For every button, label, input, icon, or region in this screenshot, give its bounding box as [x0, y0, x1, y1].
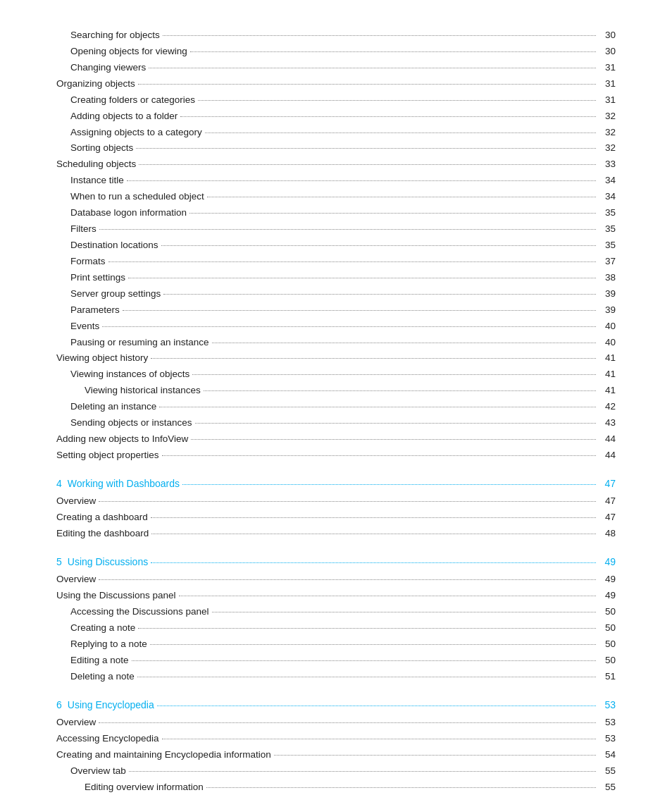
toc-dots: [212, 612, 596, 612]
toc-entry-label: Overview: [56, 494, 96, 509]
toc-entry-label: Changing viewers: [70, 61, 146, 75]
toc-entry: Database logon information35: [56, 206, 616, 221]
chapter-dots: [182, 484, 596, 485]
toc-page-number: 31: [599, 77, 616, 92]
toc-page-number: 50: [599, 605, 616, 620]
toc-dots: [163, 294, 596, 295]
page: Searching for objects30Opening objects f…: [0, 0, 672, 807]
toc-entry: Destination locations35: [56, 238, 616, 253]
toc-dots: [151, 358, 596, 359]
toc-dots: [99, 501, 596, 502]
toc-entry: Pausing or resuming an instance40: [56, 335, 616, 350]
toc-dots: [150, 644, 596, 645]
toc-page-number: 49: [599, 589, 616, 603]
chapter-title: Using Encyclopedia: [68, 697, 154, 713]
toc-entry-label: Adding new objects to InfoView: [56, 432, 188, 447]
toc-entry-label: Editing overview information: [85, 780, 204, 795]
toc-entry: Overview47: [56, 494, 616, 509]
toc-entry: Events40: [56, 319, 616, 334]
toc-page-number: 50: [599, 621, 616, 636]
toc-page-number: 33: [599, 157, 616, 172]
toc-dots: [151, 517, 596, 518]
toc-entry: Adding objects to a folder32: [56, 109, 616, 124]
toc-page-number: 41: [599, 351, 616, 366]
toc-page-number: 47: [599, 510, 616, 525]
toc-dots: [159, 407, 596, 407]
toc-entry: Editing the dashboard48: [56, 526, 616, 541]
toc-entry: Assigning objects to a category32: [56, 125, 616, 140]
chapter-num: 5: [56, 554, 62, 569]
toc-entry-label: Server group settings: [70, 287, 161, 302]
toc-dots: [108, 261, 596, 262]
toc-entry: Filters35: [56, 222, 616, 237]
toc-page-number: 51: [599, 670, 616, 684]
chapter-page-number: 49: [599, 554, 616, 569]
toc-entry-label: Destination locations: [70, 238, 158, 253]
toc-dots: [191, 439, 596, 440]
toc-entry-label: Replying to a note: [70, 637, 147, 652]
toc-dots: [149, 68, 596, 68]
toc-dots: [102, 326, 596, 327]
toc-page-number: 30: [599, 28, 616, 43]
toc-dots: [190, 51, 596, 52]
toc-page-number: 50: [599, 653, 616, 668]
toc-dots: [205, 133, 596, 133]
toc-entry: Organizing objects31: [56, 77, 616, 92]
chapter-entry: 5Using Discussions49: [56, 554, 616, 569]
toc-dots: [204, 390, 596, 391]
toc-entry: Viewing object history41: [56, 351, 616, 366]
toc-entry: Creating and maintaining Encyclopedia in…: [56, 748, 616, 763]
toc-entry-label: Print settings: [70, 271, 125, 285]
toc-section: Searching for objects30Opening objects f…: [56, 28, 616, 463]
toc-page-number: 55: [599, 764, 616, 779]
toc-entry: Editing overview information55: [56, 780, 616, 795]
toc-page-number: 39: [599, 303, 616, 318]
toc-page-number: 32: [599, 141, 616, 156]
toc-entry: Creating folders or categories31: [56, 93, 616, 108]
chapters-section: 4Working with Dashboards47Overview47Crea…: [56, 476, 616, 795]
toc-entry-label: Deleting an instance: [70, 400, 156, 414]
toc-dots: [123, 310, 596, 311]
chapter-title: Working with Dashboards: [68, 476, 180, 491]
toc-dots: [132, 660, 596, 661]
toc-dots: [162, 455, 596, 456]
toc-dots: [195, 423, 596, 424]
toc-entry-label: Sending objects or instances: [70, 416, 192, 431]
toc-entry-label: Filters: [70, 222, 97, 237]
chapter-dots: [151, 562, 596, 563]
toc-dots: [274, 755, 596, 756]
toc-page-number: 35: [599, 238, 616, 253]
toc-page-number: 49: [599, 572, 616, 587]
chapter-entry: 6Using Encyclopedia53: [56, 697, 616, 713]
toc-entry: Using the Discussions panel49: [56, 589, 616, 603]
toc-entry-label: Viewing object history: [56, 351, 148, 366]
toc-entry-label: Adding objects to a folder: [70, 109, 178, 124]
toc-entry-label: Database logon information: [70, 206, 187, 221]
toc-page-number: 34: [599, 173, 616, 188]
toc-page-number: 40: [599, 319, 616, 334]
toc-entry-label: Instance title: [70, 173, 124, 188]
toc-entry: Adding new objects to InfoView44: [56, 432, 616, 447]
toc-entry-label: Editing a note: [70, 653, 129, 668]
toc-entry: Overview49: [56, 572, 616, 587]
toc-page-number: 35: [599, 206, 616, 221]
toc-dots: [99, 579, 596, 580]
toc-entry: Viewing historical instances41: [56, 383, 616, 398]
toc-dots: [129, 771, 596, 772]
toc-entry-label: Pausing or resuming an instance: [70, 335, 209, 350]
toc-page-number: 48: [599, 526, 616, 541]
toc-entry-label: Assigning objects to a category: [70, 125, 202, 140]
toc-dots: [139, 164, 596, 165]
toc-entry-label: Accessing Encyclopedia: [56, 732, 159, 746]
toc-entry: Setting object properties44: [56, 448, 616, 463]
toc-page-number: 44: [599, 432, 616, 447]
toc-entry: Editing a note50: [56, 653, 616, 668]
chapter-page-number: 53: [599, 697, 616, 713]
toc-page-number: 41: [599, 383, 616, 398]
toc-page-number: 44: [599, 448, 616, 463]
chapter-title: Using Discussions: [68, 554, 148, 569]
toc-dots: [189, 213, 596, 214]
toc-dots: [207, 197, 596, 197]
toc-entry: Accessing Encyclopedia53: [56, 732, 616, 746]
toc-entry-label: Formats: [70, 254, 106, 269]
